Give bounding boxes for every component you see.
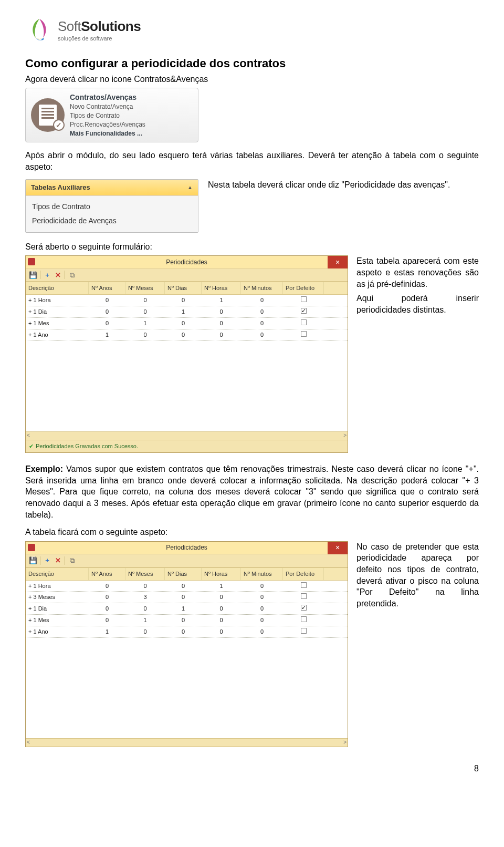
page-number: 8: [25, 763, 479, 774]
col-header: Nº Dias: [165, 568, 202, 580]
exemplo-paragraph: Exemplo: Vamos supor que existem contrat…: [25, 463, 479, 520]
aux-header-label: Tabelas Auxiliares: [31, 183, 90, 192]
table-row[interactable]: + 1 Ano10000: [26, 626, 348, 638]
table-row[interactable]: + 1 Mes01000: [26, 318, 348, 329]
card-item: Novo Contrato/Avença: [70, 102, 145, 111]
table-row[interactable]: + 1 Ano10000: [26, 329, 348, 341]
save-icon[interactable]: 💾: [28, 270, 38, 280]
window-app-icon: [28, 544, 35, 551]
delete-row-icon[interactable]: ✕: [53, 270, 62, 280]
aux-header[interactable]: Tabelas Auxiliares ▲: [26, 180, 198, 196]
col-header: Nº Dias: [165, 282, 202, 294]
checkbox[interactable]: [301, 593, 307, 599]
delete-row-icon[interactable]: ✕: [53, 556, 62, 565]
brand-name: SoftSolutions: [58, 17, 141, 36]
table-row[interactable]: + 1 Dia00100: [26, 306, 348, 318]
periodicidades-window-2: Periodicidades × 💾 + ✕ ⧉ Descrição Nº An…: [25, 541, 348, 747]
col-header: Por Defeito: [283, 282, 324, 294]
table-row[interactable]: + 1 Hora00010: [26, 581, 348, 592]
caret-up-icon: ▲: [187, 184, 193, 191]
aux-side-text: Nesta tabela deverá clicar onde diz "Per…: [208, 179, 479, 191]
logo-mark-icon: [25, 16, 54, 44]
close-button[interactable]: ×: [328, 256, 348, 268]
periodicidades-window-1: Periodicidades × 💾 + ✕ ⧉ Descrição Nº An…: [25, 255, 348, 453]
aux-item-periodicidade[interactable]: Periodicidade de Avenças: [32, 214, 192, 228]
grid-body-2: + 1 Hora00010+ 3 Meses03000+ 1 Dia00100+…: [26, 581, 348, 659]
form-intro: Será aberto o seguinte formulário:: [25, 241, 479, 253]
checkbox[interactable]: [301, 605, 307, 611]
brand-soft: Soft: [58, 17, 81, 36]
checkbox[interactable]: [301, 308, 307, 314]
checkbox[interactable]: [301, 628, 307, 634]
ok-icon: ✔: [29, 442, 34, 450]
add-row-icon[interactable]: +: [43, 556, 52, 565]
contratos-icon: ✓: [31, 98, 65, 132]
checkbox[interactable]: [301, 319, 307, 325]
window-toolbar: 💾 + ✕ ⧉: [26, 268, 348, 282]
card-item: Tipos de Contrato: [70, 111, 145, 120]
tab2-side-text: No caso de pretender que esta periodicid…: [356, 541, 479, 610]
grid-header: Descrição Nº Anos Nº Meses Nº Dias Nº Ho…: [26, 567, 348, 581]
intro-paragraph-2: Após abrir o módulo, do seu lado esquero…: [25, 150, 479, 172]
window-toolbar: 💾 + ✕ ⧉: [26, 554, 348, 567]
brand-tagline: soluções de software: [58, 35, 141, 43]
col-header: Nº Anos: [89, 282, 125, 294]
window-title: Periodicidades: [166, 543, 207, 552]
check-badge-icon: ✓: [53, 119, 65, 131]
window-title: Periodicidades: [166, 258, 207, 266]
checkbox[interactable]: [301, 616, 307, 622]
card-title: Contratos/Avenças: [70, 92, 145, 102]
col-header: Nº Horas: [202, 282, 241, 294]
exemplo-text: Vamos supor que existem contratos que tê…: [25, 464, 479, 519]
aux-row: Tabelas Auxiliares ▲ Tipos de Contrato P…: [25, 179, 479, 233]
scrollbar[interactable]: [26, 431, 348, 440]
tab2-intro: A tabela ficará com o seguinte aspeto:: [25, 526, 479, 538]
col-header: Nº Anos: [89, 568, 125, 580]
table-row[interactable]: + 1 Hora00010: [26, 295, 348, 306]
grid-body-1: + 1 Hora00010+ 1 Dia00100+ 1 Mes01000+ 1…: [26, 295, 348, 374]
add-row-icon[interactable]: +: [43, 270, 52, 280]
contratos-card[interactable]: ✓ Contratos/Avenças Novo Contrato/Avença…: [25, 88, 198, 142]
logo-block: SoftSolutions soluções de software: [25, 16, 479, 44]
card-item: Proc.Renovações/Avenças: [70, 120, 145, 129]
copy-icon[interactable]: ⧉: [67, 270, 77, 280]
form-side-text: Esta tabela aparecerá com este aspeto e …: [356, 255, 479, 318]
checkbox[interactable]: [301, 582, 307, 588]
grid-header: Descrição Nº Anos Nº Meses Nº Dias Nº Ho…: [26, 282, 348, 295]
col-header: Nº Horas: [202, 568, 241, 580]
brand-solutions: Solutions: [81, 17, 141, 36]
aux-panel: Tabelas Auxiliares ▲ Tipos de Contrato P…: [25, 179, 198, 233]
aux-item-tipos[interactable]: Tipos de Contrato: [32, 200, 192, 214]
save-icon[interactable]: 💾: [28, 556, 38, 565]
col-header: Nº Minutos: [241, 568, 283, 580]
exemplo-label: Exemplo:: [25, 464, 63, 473]
checkbox[interactable]: [301, 331, 307, 337]
table-row[interactable]: + 3 Meses03000: [26, 592, 348, 603]
col-header: Por Defeito: [283, 568, 324, 580]
copy-icon[interactable]: ⧉: [67, 556, 77, 565]
status-text: Periodicidades Gravadas com Sucesso.: [36, 442, 138, 450]
window-app-icon: [28, 258, 35, 265]
page-heading: Como configurar a periodicidade dos cont…: [25, 56, 479, 71]
intro-paragraph-1: Agora deverá clicar no icone Contratos&A…: [25, 74, 479, 85]
table-row[interactable]: + 1 Mes01000: [26, 615, 348, 626]
col-header: Nº Meses: [125, 568, 165, 580]
status-bar: ✔ Periodicidades Gravadas com Sucesso.: [26, 440, 348, 452]
col-header: Descrição: [26, 568, 89, 580]
close-button[interactable]: ×: [328, 542, 348, 554]
scrollbar[interactable]: [26, 738, 348, 747]
col-header: Descrição: [26, 282, 89, 294]
col-header: Nº Meses: [125, 282, 165, 294]
col-header: Nº Minutos: [241, 282, 283, 294]
table-row[interactable]: + 1 Dia00100: [26, 603, 348, 615]
checkbox[interactable]: [301, 296, 307, 302]
card-more: Mais Funcionalidades ...: [70, 129, 145, 138]
